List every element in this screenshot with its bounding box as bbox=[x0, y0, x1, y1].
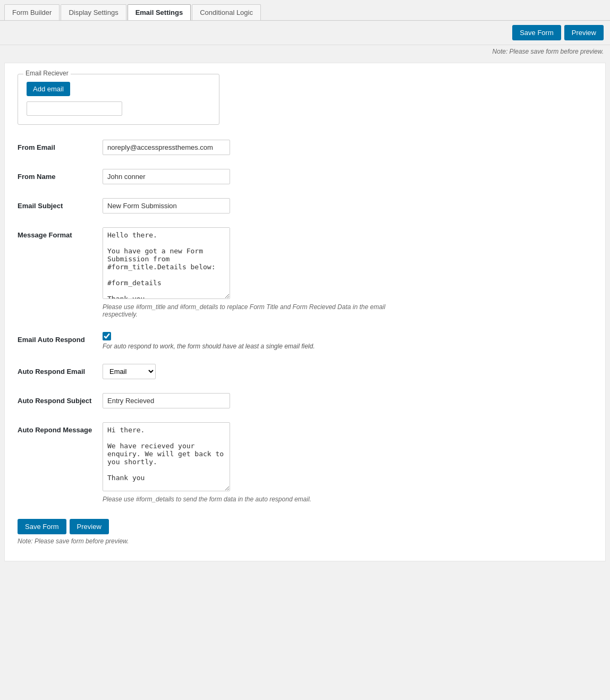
email-subject-row: Email Subject bbox=[18, 196, 592, 214]
auto-respond-subject-label: Auto Respond Subject bbox=[18, 393, 103, 405]
from-email-field bbox=[103, 140, 592, 155]
auto-respond-email-label: Auto Respond Email bbox=[18, 364, 103, 375]
auto-respond-email-field: Email bbox=[103, 364, 592, 379]
auto-respond-hint: For auto respond to work, the form shoul… bbox=[103, 343, 592, 350]
auto-respond-message-textarea[interactable]: Hi there. We have recieved your enquiry.… bbox=[103, 422, 230, 491]
message-format-label: Message Format bbox=[18, 227, 103, 239]
email-subject-input[interactable] bbox=[103, 198, 230, 214]
main-content: Email Reciever Add email From Email From… bbox=[4, 63, 606, 561]
tabs-bar: Form Builder Display Settings Email Sett… bbox=[0, 0, 610, 21]
email-auto-respond-row: Email Auto Respond For auto respond to w… bbox=[18, 330, 592, 350]
email-subject-field bbox=[103, 198, 592, 214]
from-email-input[interactable] bbox=[103, 140, 230, 155]
top-toolbar: Save Form Preview bbox=[0, 21, 610, 45]
email-auto-respond-checkbox[interactable] bbox=[103, 332, 111, 340]
email-auto-respond-field: For auto respond to work, the form shoul… bbox=[103, 332, 592, 350]
preview-top-button[interactable]: Preview bbox=[564, 25, 604, 40]
tab-form-builder[interactable]: Form Builder bbox=[4, 4, 60, 20]
bottom-note-text: Note: Please save form before preview. bbox=[18, 537, 129, 545]
auto-respond-message-hint: Please use #form_details to send the for… bbox=[103, 496, 400, 503]
preview-bottom-button[interactable]: Preview bbox=[70, 519, 109, 534]
auto-respond-message-label: Auto Repond Message bbox=[18, 422, 103, 434]
from-name-field bbox=[103, 169, 592, 184]
tab-display-settings[interactable]: Display Settings bbox=[61, 4, 126, 20]
from-email-row: From Email bbox=[18, 138, 592, 155]
email-receiver-legend: Email Reciever bbox=[23, 70, 71, 77]
email-receiver-fieldset: Email Reciever Add email bbox=[18, 74, 219, 125]
message-format-row: Message Format Hello there. You have got… bbox=[18, 225, 592, 318]
auto-respond-subject-row: Auto Respond Subject bbox=[18, 391, 592, 408]
auto-respond-message-row: Auto Repond Message Hi there. We have re… bbox=[18, 420, 592, 503]
message-format-field: Hello there. You have got a new Form Sub… bbox=[103, 227, 592, 318]
bottom-actions: Save Form Preview bbox=[18, 519, 592, 534]
auto-respond-subject-field bbox=[103, 393, 592, 408]
save-form-bottom-button[interactable]: Save Form bbox=[18, 519, 66, 534]
auto-respond-email-row: Auto Respond Email Email bbox=[18, 362, 592, 379]
tab-email-settings[interactable]: Email Settings bbox=[128, 4, 191, 20]
email-auto-respond-label: Email Auto Respond bbox=[18, 332, 103, 344]
from-email-label: From Email bbox=[18, 140, 103, 151]
message-format-textarea[interactable]: Hello there. You have got a new Form Sub… bbox=[103, 227, 230, 299]
from-name-row: From Name bbox=[18, 167, 592, 184]
from-name-input[interactable] bbox=[103, 169, 230, 184]
save-form-top-button[interactable]: Save Form bbox=[512, 25, 561, 40]
email-subject-label: Email Subject bbox=[18, 198, 103, 210]
message-format-hint: Please use #form_title and #form_details… bbox=[103, 303, 400, 318]
top-note-bar: Note: Please save form before preview. bbox=[0, 45, 610, 58]
top-note-text: Note: Please save form before preview. bbox=[493, 48, 604, 55]
auto-respond-email-select[interactable]: Email bbox=[103, 364, 156, 379]
from-name-label: From Name bbox=[18, 169, 103, 181]
add-email-button[interactable]: Add email bbox=[27, 82, 70, 96]
email-receiver-input[interactable] bbox=[27, 101, 122, 116]
tab-conditional-logic[interactable]: Conditional Logic bbox=[192, 4, 261, 20]
bottom-note: Note: Please save form before preview. bbox=[18, 537, 592, 545]
auto-respond-message-field: Hi there. We have recieved your enquiry.… bbox=[103, 422, 592, 503]
auto-respond-subject-input[interactable] bbox=[103, 393, 230, 408]
